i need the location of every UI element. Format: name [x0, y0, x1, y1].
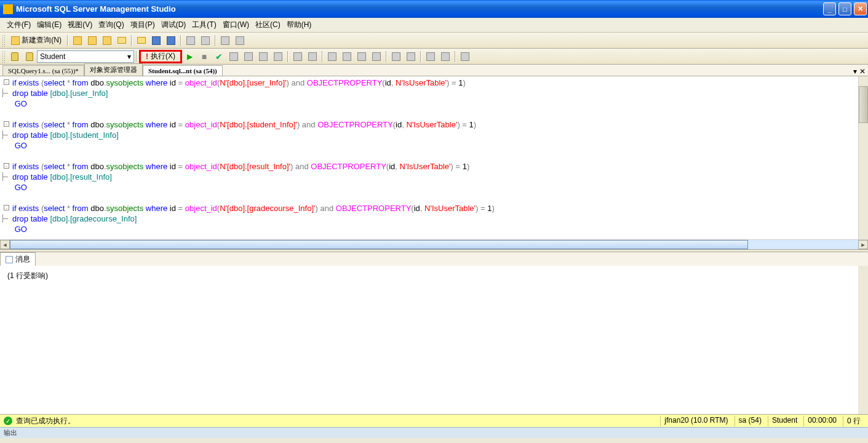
menu-community[interactable]: 社区(C) [252, 18, 284, 32]
messages-icon [6, 256, 13, 263]
tool-btn[interactable] [199, 34, 212, 47]
generic-icon [461, 52, 469, 61]
menu-project[interactable]: 项目(P) [127, 18, 158, 32]
toolbar-sep [386, 51, 387, 62]
menu-bar: 文件(F) 编辑(E) 视图(V) 查询(Q) 项目(P) 调试(D) 工具(T… [0, 18, 868, 33]
toolbar-sep [136, 51, 137, 62]
tool-btn[interactable] [355, 50, 368, 63]
tool-btn[interactable] [271, 50, 285, 63]
tool-btn[interactable] [218, 34, 232, 47]
tool-btn[interactable] [233, 34, 247, 47]
minimize-button[interactable]: _ [823, 2, 836, 15]
toolbar-grip[interactable] [2, 34, 6, 47]
new-query-icon [11, 36, 20, 45]
fold-icon[interactable]: - [4, 163, 9, 169]
database-combobox[interactable]: Student ▾ [37, 50, 134, 63]
save-all-button[interactable] [164, 34, 178, 47]
editor-horizontal-scrollbar[interactable]: ◄ ► [0, 239, 868, 249]
close-button[interactable]: ✕ [854, 2, 867, 15]
tool-btn[interactable] [458, 50, 472, 63]
generic-icon [372, 52, 381, 61]
tool-btn[interactable] [257, 50, 270, 63]
outdent-icon [441, 52, 450, 61]
tab-object-explorer[interactable]: 对象资源管理器 [84, 63, 143, 76]
tab-close-icon[interactable]: ✕ [859, 67, 866, 76]
menu-query[interactable]: 查询(Q) [95, 18, 127, 32]
change-connection-button[interactable] [23, 50, 36, 63]
uncomment-button[interactable] [404, 50, 418, 63]
tool-btn[interactable] [340, 50, 354, 63]
generic-icon [308, 52, 317, 61]
generic-icon [201, 36, 210, 45]
open-button[interactable] [135, 34, 148, 47]
menu-window[interactable]: 窗口(W) [220, 18, 252, 32]
window-controls: _ □ ✕ [822, 1, 868, 17]
generic-icon [229, 52, 238, 61]
success-icon: ✓ [4, 417, 12, 425]
tool-btn[interactable] [325, 50, 339, 63]
menu-view[interactable]: 视图(V) [65, 18, 95, 32]
stop-button[interactable]: ■ [197, 50, 211, 63]
tool-btn[interactable] [227, 50, 241, 63]
tab-student-sql[interactable]: Student.sql...nt (sa (54)) [143, 65, 223, 76]
generic-icon [236, 36, 244, 45]
menu-help[interactable]: 帮助(H) [284, 18, 315, 32]
title-bar: Microsoft SQL Server Management Studio _… [0, 0, 868, 18]
generic-icon [221, 36, 229, 45]
toolbar-sep [180, 35, 181, 46]
indent-icon [426, 52, 435, 61]
generic-icon [274, 52, 282, 61]
db-icon [88, 36, 97, 45]
sql-editor[interactable]: -if exists (select * from dbo.sysobjects… [0, 76, 868, 249]
tool-btn[interactable] [291, 50, 305, 63]
output-footer[interactable]: 输出 [0, 427, 868, 438]
scroll-right-icon[interactable]: ► [858, 240, 868, 249]
tab-query1[interactable]: SQLQuery1.s... (sa (55))* [2, 65, 84, 76]
status-bar: ✓ 查询已成功执行。 jfnan20 (10.0 RTM) sa (54) St… [0, 414, 868, 427]
tool-btn[interactable] [242, 50, 255, 63]
toolbar-sep [322, 51, 323, 62]
fold-icon[interactable]: - [4, 205, 9, 210]
tool-btn[interactable] [370, 50, 383, 63]
debug-button[interactable]: ▶ [183, 50, 196, 63]
menu-tools[interactable]: 工具(T) [189, 18, 219, 32]
connect-button[interactable] [8, 50, 22, 63]
db-icon [73, 36, 82, 45]
tool-btn[interactable] [306, 50, 319, 63]
document-tabs: SQLQuery1.s... (sa (55))* 对象资源管理器 Studen… [0, 65, 868, 76]
tool-btn[interactable] [115, 34, 129, 47]
scroll-left-icon[interactable]: ◄ [0, 240, 10, 249]
maximize-button[interactable]: □ [838, 2, 851, 15]
play-icon: ▶ [187, 52, 193, 61]
menu-debug[interactable]: 调试(D) [158, 18, 189, 32]
editor-vertical-scrollbar[interactable] [858, 76, 868, 239]
menu-edit[interactable]: 编辑(E) [34, 18, 65, 32]
parse-button[interactable]: ✔ [212, 50, 226, 63]
messages-vertical-scrollbar[interactable] [858, 266, 868, 414]
generic-icon [186, 36, 195, 45]
tool-btn[interactable] [100, 34, 114, 47]
change-conn-icon [26, 52, 33, 61]
tab-menu-icon[interactable]: ▾ [853, 67, 857, 76]
save-icon [152, 36, 161, 45]
tool-btn[interactable] [184, 34, 197, 47]
toolbar-sep [131, 35, 132, 46]
tool-btn[interactable] [86, 34, 99, 47]
indent-button[interactable] [424, 50, 437, 63]
execute-button[interactable]: ! 执行(X) [139, 50, 182, 63]
messages-tab[interactable]: 消息 [0, 252, 36, 266]
chevron-down-icon: ▾ [127, 52, 131, 61]
database-name: Student [40, 52, 65, 61]
new-query-button[interactable]: 新建查询(N) [7, 34, 65, 47]
tool-btn[interactable] [71, 34, 84, 47]
menu-file[interactable]: 文件(F) [4, 18, 34, 32]
fold-icon[interactable]: - [4, 79, 9, 85]
outdent-button[interactable] [439, 50, 452, 63]
fold-icon[interactable]: - [4, 121, 9, 127]
comment-button[interactable] [389, 50, 403, 63]
save-button[interactable] [149, 34, 163, 47]
toolbar-grip[interactable] [2, 50, 6, 63]
stop-icon: ■ [202, 52, 207, 62]
generic-icon [357, 52, 366, 61]
messages-panel[interactable]: (1 行受影响) [0, 266, 868, 414]
